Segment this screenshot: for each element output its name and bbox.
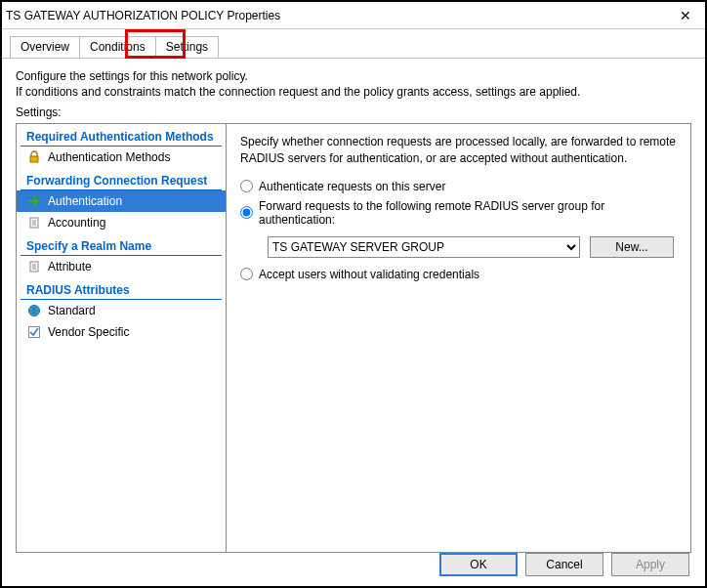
radio-local-input[interactable] bbox=[240, 180, 253, 192]
svg-rect-0 bbox=[30, 156, 38, 162]
tree-label: Standard bbox=[48, 304, 96, 317]
title-bar: TS GATEWAY AUTHORIZATION POLICY Properti… bbox=[2, 2, 705, 29]
radio-forward-input[interactable] bbox=[240, 206, 253, 219]
document-icon bbox=[26, 259, 42, 274]
tree-item-auth-methods[interactable]: Authentication Methods bbox=[17, 147, 226, 168]
tree-item-accounting[interactable]: Accounting bbox=[17, 212, 226, 233]
document-icon bbox=[26, 215, 42, 231]
tab-strip: Overview Conditions Settings bbox=[2, 29, 705, 59]
tab-conditions[interactable]: Conditions bbox=[79, 36, 156, 58]
window-title: TS GATEWAY AUTHORIZATION POLICY Properti… bbox=[6, 9, 666, 22]
tree-label: Vendor Specific bbox=[48, 325, 129, 339]
main-panel: Required Authentication Methods Authenti… bbox=[16, 123, 691, 553]
cancel-button[interactable]: Cancel bbox=[525, 553, 603, 576]
arrow-right-icon bbox=[26, 193, 42, 209]
tree-label: Attribute bbox=[48, 260, 92, 273]
section-auth-methods: Required Authentication Methods bbox=[21, 126, 222, 147]
tab-overview[interactable]: Overview bbox=[10, 36, 80, 58]
content-panel: Specify whether connection requests are … bbox=[227, 124, 690, 552]
radio-forward-label: Forward requests to the following remote… bbox=[259, 199, 677, 227]
tree-item-vendor[interactable]: Vendor Specific bbox=[17, 321, 226, 343]
radius-group-row: TS GATEWAY SERVER GROUP New... bbox=[268, 236, 677, 258]
desc-line1: Configure the settings for this network … bbox=[16, 68, 691, 84]
ok-button[interactable]: OK bbox=[439, 553, 518, 576]
policy-description: Configure the settings for this network … bbox=[2, 59, 705, 105]
globe-icon bbox=[26, 303, 42, 318]
radio-forward-auth[interactable]: Forward requests to the following remote… bbox=[240, 199, 677, 227]
radio-local-label: Authenticate requests on this server bbox=[259, 180, 445, 193]
settings-tree: Required Authentication Methods Authenti… bbox=[17, 124, 227, 552]
tree-label: Authentication Methods bbox=[48, 150, 170, 164]
apply-button[interactable]: Apply bbox=[611, 553, 689, 576]
radio-accept-noauth[interactable]: Accept users without validating credenti… bbox=[240, 268, 677, 281]
section-radius: RADIUS Attributes bbox=[21, 279, 222, 300]
lock-icon bbox=[26, 149, 42, 165]
section-forwarding: Forwarding Connection Request bbox=[21, 170, 222, 190]
radio-accept-input[interactable] bbox=[240, 268, 253, 280]
new-button[interactable]: New... bbox=[590, 236, 674, 258]
radio-local-auth[interactable]: Authenticate requests on this server bbox=[240, 180, 677, 193]
settings-label: Settings: bbox=[2, 105, 705, 123]
close-icon[interactable]: ✕ bbox=[666, 2, 705, 29]
tree-label: Accounting bbox=[48, 216, 105, 230]
checkbox-icon bbox=[26, 324, 42, 340]
tree-item-attribute[interactable]: Attribute bbox=[17, 256, 226, 277]
tree-item-authentication[interactable]: Authentication bbox=[17, 190, 226, 212]
tree-item-standard[interactable]: Standard bbox=[17, 300, 226, 321]
tree-label: Authentication bbox=[48, 194, 122, 208]
dialog-buttons: OK Cancel Apply bbox=[439, 553, 689, 576]
radio-accept-label: Accept users without validating credenti… bbox=[259, 268, 479, 281]
desc-line2: If conditions and constraints match the … bbox=[16, 84, 691, 100]
tab-settings[interactable]: Settings bbox=[155, 36, 219, 58]
content-description: Specify whether connection requests are … bbox=[240, 134, 677, 165]
section-realm: Specify a Realm Name bbox=[21, 235, 222, 256]
radius-group-select[interactable]: TS GATEWAY SERVER GROUP bbox=[268, 236, 580, 258]
